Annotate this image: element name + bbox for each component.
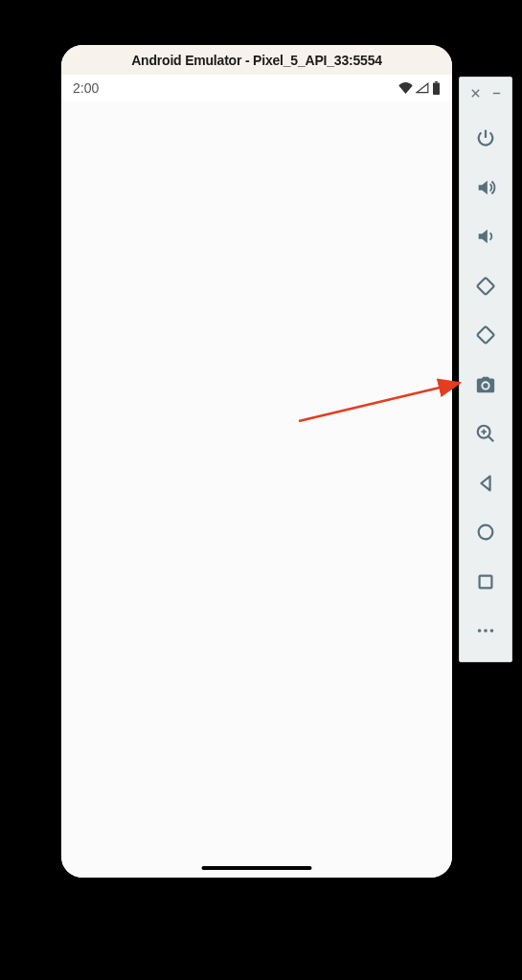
screenshot-button[interactable] — [465, 366, 507, 407]
emulator-titlebar: Android Emulator - Pixel_5_API_33:5554 — [61, 45, 452, 75]
svg-point-5 — [479, 525, 493, 540]
rotate-right-icon — [475, 324, 496, 349]
overview-icon — [475, 571, 496, 596]
back-icon — [475, 473, 496, 498]
svg-rect-1 — [435, 81, 438, 82]
zoom-icon — [475, 423, 496, 448]
device-screen[interactable]: 2:00 — [61, 75, 452, 878]
emulator-toolbar — [459, 77, 512, 662]
emulator-title: Android Emulator - Pixel_5_API_33:5554 — [131, 53, 382, 68]
wifi-icon — [398, 82, 413, 94]
status-bar: 2:00 — [61, 75, 452, 101]
overview-button[interactable] — [465, 563, 507, 604]
svg-point-7 — [478, 629, 482, 633]
toolbar-window-controls — [460, 83, 511, 104]
svg-point-8 — [484, 629, 488, 633]
rotate-left-button[interactable] — [465, 267, 507, 308]
emulator-window: Android Emulator - Pixel_5_API_33:5554 2… — [61, 45, 452, 878]
zoom-button[interactable] — [465, 415, 507, 457]
status-bar-time: 2:00 — [73, 80, 99, 96]
volume-down-icon — [475, 226, 496, 251]
volume-down-button[interactable] — [465, 218, 507, 259]
power-icon — [475, 127, 496, 152]
signal-icon — [416, 82, 429, 94]
camera-icon — [475, 374, 496, 399]
minimize-button[interactable] — [489, 87, 503, 100]
svg-rect-2 — [477, 278, 494, 295]
power-button[interactable] — [465, 120, 507, 161]
volume-up-icon — [475, 177, 496, 202]
status-bar-icons — [398, 81, 441, 95]
back-button[interactable] — [465, 464, 507, 505]
svg-rect-6 — [480, 575, 492, 588]
rotate-left-icon — [475, 276, 496, 301]
svg-point-9 — [490, 629, 494, 633]
rotate-right-button[interactable] — [465, 317, 507, 358]
svg-rect-0 — [433, 82, 440, 95]
close-button[interactable] — [468, 87, 482, 100]
volume-up-button[interactable] — [465, 168, 507, 210]
navigation-handle[interactable] — [202, 866, 312, 870]
battery-icon — [432, 81, 441, 95]
more-button[interactable] — [465, 612, 507, 654]
home-icon — [475, 522, 496, 546]
svg-rect-3 — [477, 326, 494, 344]
more-icon — [475, 620, 496, 645]
home-button[interactable] — [465, 514, 507, 555]
